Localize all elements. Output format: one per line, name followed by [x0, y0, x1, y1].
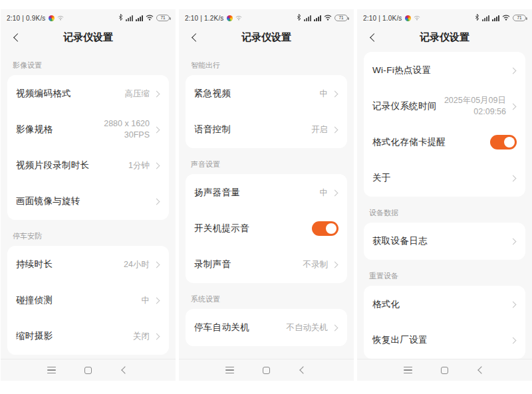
chevron-right-icon [154, 297, 160, 304]
back-button[interactable] [186, 25, 204, 49]
row-label: 获取设备日志 [372, 235, 428, 247]
phone-screen-2: 2:10 | 1.2K/s 71 记录仪设置 智能出行 [179, 9, 354, 381]
row-value: 不自动关机 [287, 322, 329, 334]
vowifi-icon [57, 15, 64, 21]
row-record-audio[interactable]: 录制声音 不录制 [194, 246, 338, 282]
chevron-right-icon [510, 238, 517, 245]
nav-back-button[interactable] [120, 367, 130, 373]
row-video-encode-format[interactable]: 视频编码格式 高压缩 [16, 76, 160, 112]
row-value: 2880 x 1620 30FPS [104, 118, 150, 141]
row-startup-sound[interactable]: 开关机提示音 [194, 211, 338, 246]
row-format-card-reminder[interactable]: 格式化存储卡提醒 [372, 124, 517, 160]
nav-menu-button[interactable] [225, 367, 235, 374]
chevron-right-icon [154, 198, 160, 205]
status-time-speed: 2:10 | 1.2K/s [185, 15, 224, 22]
row-device-log[interactable]: 获取设备日志 [372, 223, 517, 259]
home-icon [441, 367, 448, 374]
row-video-spec[interactable]: 影像规格 2880 x 1620 30FPS [16, 112, 160, 148]
row-speaker-volume[interactable]: 扬声器音量 中 [194, 175, 338, 211]
toggle-switch-on[interactable] [490, 135, 517, 149]
row-value: 开启 [311, 124, 328, 136]
group-label: 声音设置 [191, 160, 342, 169]
row-label: Wi-Fi热点设置 [372, 64, 431, 76]
nav-menu-button[interactable] [404, 367, 413, 374]
chevron-left-icon [370, 33, 378, 42]
nav-back-button[interactable] [477, 367, 486, 373]
row-value: 1分钟 [128, 160, 150, 171]
status-bar: 2:10 | 1.2K/s 71 [179, 9, 354, 25]
row-label: 画面镜像与旋转 [16, 195, 80, 207]
row-timelapse[interactable]: 缩时摄影 关闭 [16, 318, 160, 354]
chevron-right-icon [332, 261, 338, 268]
bluetooth-icon [297, 14, 301, 22]
chevron-right-icon [154, 90, 160, 97]
chevron-right-icon [154, 261, 160, 268]
settings-card: 持续时长 24小时 碰撞侦测 中 缩时摄影 关闭 [7, 246, 169, 355]
wifi-icon [324, 15, 332, 22]
chevron-right-icon [510, 301, 517, 308]
colorful-app-icon [227, 15, 233, 21]
chevron-right-icon [154, 333, 160, 340]
battery-icon: 71 [334, 15, 348, 21]
status-time-speed: 2:10 | 0.9K/s [7, 15, 46, 22]
row-clip-duration[interactable]: 视频片段录制时长 1分钟 [16, 148, 160, 183]
wifi-icon [502, 15, 510, 22]
row-label: 记录仪系统时间 [372, 100, 437, 112]
settings-group-system: 系统设置 停车自动关机 不自动关机 [186, 295, 347, 346]
row-label: 缩时摄影 [16, 330, 53, 342]
sim2-signal-icon [492, 15, 499, 21]
menu-icon [404, 367, 412, 374]
chevron-right-icon [510, 103, 517, 110]
row-label: 停车自动关机 [194, 322, 249, 334]
row-voice-control[interactable]: 语音控制 开启 [194, 112, 338, 148]
sim2-signal-icon [314, 15, 321, 21]
row-value: 中 [142, 295, 150, 306]
settings-group-general: Wi-Fi热点设置 记录仪系统时间 2025年05月09日 02:09:56 格… [364, 52, 525, 197]
row-system-time[interactable]: 记录仪系统时间 2025年05月09日 02:09:56 [372, 88, 517, 124]
row-parking-duration[interactable]: 持续时长 24小时 [16, 246, 160, 282]
row-label: 紧急视频 [194, 88, 231, 100]
row-label: 恢复出厂设置 [372, 334, 428, 346]
settings-group-video: 影像设置 视频编码格式 高压缩 影像规格 2880 x 1620 30FPS 视… [7, 61, 169, 220]
sim1-signal-icon [304, 15, 311, 21]
row-collision-detect[interactable]: 碰撞侦测 中 [16, 282, 160, 318]
vowifi-icon [235, 15, 242, 21]
nav-home-button[interactable] [440, 367, 450, 374]
android-nav-bar [1, 359, 176, 381]
title-bar: 记录仪设置 [1, 25, 176, 49]
row-value: 中 [320, 187, 329, 199]
chevron-right-icon [154, 126, 160, 133]
settings-card: 获取设备日志 [364, 223, 525, 260]
phone-screen-1: 2:10 | 0.9K/s 71 记录仪设置 影像设置 [1, 9, 176, 381]
row-label: 开关机提示音 [194, 223, 249, 235]
wifi-icon [146, 15, 154, 22]
bluetooth-icon [118, 14, 123, 22]
row-parking-auto-off[interactable]: 停车自动关机 不自动关机 [194, 310, 338, 345]
page-title: 记录仪设置 [179, 31, 354, 44]
battery-icon: 71 [513, 15, 526, 21]
row-label: 格式化 [372, 298, 400, 310]
back-icon [477, 366, 485, 373]
row-format[interactable]: 格式化 [372, 286, 517, 322]
nav-home-button[interactable] [84, 367, 93, 374]
settings-card: 格式化 恢复出厂设置 [364, 286, 525, 359]
back-button[interactable] [7, 25, 26, 49]
nav-back-button[interactable] [299, 367, 308, 373]
row-about[interactable]: 关于 [372, 160, 517, 196]
nav-home-button[interactable] [262, 367, 271, 374]
nav-menu-button[interactable] [47, 367, 57, 374]
group-label: 智能出行 [191, 61, 342, 70]
toggle-switch-on[interactable] [312, 221, 338, 236]
settings-group-sound: 声音设置 扬声器音量 中 开关机提示音 录制声音 不录制 [186, 160, 347, 283]
settings-group-smart-travel: 智能出行 紧急视频 中 语音控制 开启 [186, 61, 347, 148]
row-mirror-rotate[interactable]: 画面镜像与旋转 [16, 183, 160, 219]
row-value: 24小时 [124, 259, 150, 270]
back-button[interactable] [364, 25, 382, 49]
android-nav-bar [357, 359, 532, 381]
row-factory-reset[interactable]: 恢复出厂设置 [372, 322, 517, 358]
row-emergency-video[interactable]: 紧急视频 中 [194, 76, 338, 112]
chevron-right-icon [154, 162, 160, 169]
status-time-speed: 2:10 | 1.0K/s [363, 15, 402, 22]
sim2-signal-icon [136, 15, 143, 21]
row-wifi-hotspot[interactable]: Wi-Fi热点设置 [372, 52, 517, 88]
